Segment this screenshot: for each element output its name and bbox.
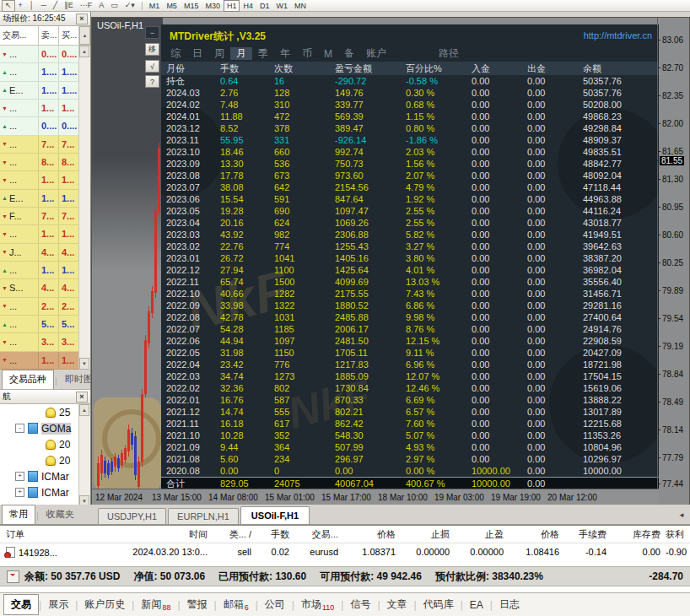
order-column-header[interactable]: 价格 — [341, 528, 398, 541]
market-watch-row[interactable]: ▲...1...1... — [0, 262, 90, 279]
market-watch-row[interactable]: ▼J...4...4... — [0, 244, 90, 262]
order-column-header[interactable]: 止损 — [398, 528, 452, 541]
navigator-close-button[interactable]: × — [76, 392, 88, 403]
navigator-item[interactable]: +ICMar — [0, 484, 90, 500]
chart-tab-eurpln-h1[interactable]: EURPLN,H1 — [168, 508, 239, 524]
terminal-tab-信号[interactable]: 信号 — [343, 595, 377, 614]
market-watch-row[interactable]: ▼S...4...4... — [0, 279, 90, 297]
market-watch-row[interactable]: ▲E...1....1.... — [0, 82, 90, 100]
scroll-down-button[interactable]: ▼ — [79, 358, 89, 370]
tab-scroll-left-icon[interactable]: ◄ — [678, 511, 690, 524]
market-watch-row[interactable]: ▼...7...7... — [0, 136, 90, 154]
cursor-tool-icon[interactable]: ↖ — [2, 0, 15, 12]
tab-symbols[interactable]: 交易品种 — [2, 370, 54, 389]
market-watch-column-header[interactable]: 买... — [59, 26, 79, 45]
timeframe-h4-button[interactable]: H4 — [240, 1, 256, 11]
panel-menu-日[interactable]: 日 — [186, 47, 208, 60]
panel-menu-年[interactable]: 年 — [274, 47, 296, 60]
market-watch-row[interactable]: ▲...1....1.... — [0, 63, 90, 81]
panel-menu-季[interactable]: 季 — [252, 47, 274, 60]
panel-url-link[interactable]: http://mtdriver.cn — [584, 30, 652, 41]
timeframe-m30-button[interactable]: M30 — [202, 1, 224, 11]
navigator-tab-0[interactable]: 常用 — [2, 505, 35, 524]
timeframe-mn-button[interactable]: MN — [291, 1, 310, 11]
market-watch-column-header[interactable]: 卖... — [39, 26, 59, 45]
navigator-item[interactable]: 20 — [0, 436, 90, 452]
chart-tab-usoil-f-h1[interactable]: USOil-F,H1 — [240, 506, 310, 524]
market-watch-row[interactable]: ▼...1...1... — [0, 352, 90, 370]
market-watch-row[interactable]: ▼...1...1... — [0, 100, 90, 117]
timeframe-m1-button[interactable]: M1 — [146, 1, 164, 11]
arrows-tool-icon[interactable]: ✓▾ — [121, 1, 138, 11]
market-watch-row[interactable]: ▼...2...2... — [0, 298, 90, 316]
terminal-tab-公司[interactable]: 公司 — [258, 595, 292, 614]
market-watch-row[interactable]: ▲...0....0.... — [0, 117, 90, 135]
order-column-header[interactable]: 交易... — [292, 528, 341, 541]
terminal-tab-交易[interactable]: 交易 — [3, 594, 39, 615]
market-watch-row[interactable]: ▼...0....0.... — [0, 46, 90, 63]
horizontal-line-tool-icon[interactable]: ─ — [37, 1, 49, 11]
market-watch-row[interactable]: ▲E...1...1... — [0, 190, 90, 208]
panel-menu-周[interactable]: 周 — [208, 47, 230, 60]
timeframe-m15-button[interactable]: M15 — [181, 1, 202, 11]
navigator-tab-1[interactable]: 收藏夹 — [40, 505, 81, 524]
chart-tab-usdjpy-h1[interactable]: USDJPY,H1 — [98, 508, 166, 524]
terminal-tab-ea[interactable]: EA — [463, 597, 490, 613]
equidistant-channel-tool-icon[interactable]: ∥E — [61, 1, 77, 11]
market-watch-column-header[interactable]: 交易... — [0, 26, 39, 45]
market-watch-row[interactable]: ▼...8...8... — [0, 154, 90, 171]
terminal-tab-邮箱[interactable]: 邮箱6 — [217, 595, 256, 614]
market-watch-row[interactable]: ▼...1...1... — [0, 171, 90, 189]
market-watch-row[interactable]: ▼...1...1... — [0, 225, 90, 243]
price-scale[interactable]: 83.0682.7082.3582.0081.6581.3080.9580.60… — [657, 18, 689, 506]
text-tool-icon[interactable]: A — [95, 1, 107, 11]
panel-menu-备[interactable]: 备 — [338, 47, 360, 60]
time-axis[interactable]: 12 Mar 202413 Mar 15:0014 Mar 08:0015 Ma… — [92, 489, 659, 506]
scroll-up-button[interactable]: ▲ — [79, 26, 90, 45]
order-column-header[interactable]: 手续费 — [562, 528, 609, 541]
navigator-item[interactable]: 20 — [0, 452, 90, 468]
market-watch-close-button[interactable]: × — [76, 14, 88, 24]
panel-menu-月[interactable]: 月 — [230, 47, 252, 60]
terminal-tab-文章[interactable]: 文章 — [380, 595, 414, 614]
panel-menu-路径[interactable]: 路径 — [433, 47, 465, 60]
market-watch-row[interactable]: ▼F...7...7... — [0, 208, 90, 225]
trendline-tool-icon[interactable]: ╱ — [50, 1, 61, 11]
terminal-tab-账户历史[interactable]: 账户历史 — [78, 595, 132, 614]
expand-icon[interactable]: + — [15, 472, 24, 481]
expand-icon[interactable]: + — [15, 488, 24, 497]
market-watch-row[interactable]: ▲...5...5... — [0, 316, 90, 333]
terminal-tab-警报[interactable]: 警报 — [181, 595, 214, 614]
order-column-header[interactable]: 止盈 — [452, 528, 506, 541]
terminal-tab-代码库[interactable]: 代码库 — [417, 595, 461, 614]
scroll-up-button[interactable]: ▲ — [79, 404, 89, 416]
timeframe-w1-button[interactable]: W1 — [272, 1, 291, 11]
panel-menu-币[interactable]: 币 — [296, 47, 318, 60]
order-column-header[interactable]: 手数 — [254, 528, 292, 541]
navigator-scrollbar[interactable]: ▲▼ — [78, 404, 90, 507]
fibonacci-tool-icon[interactable]: ⋯F — [77, 1, 96, 11]
panel-menu-账户[interactable]: 账户 — [360, 47, 392, 60]
navigator-item[interactable]: -GOMa — [0, 420, 90, 436]
terminal-tab-展示[interactable]: 展示 — [41, 595, 75, 614]
panel-help-button[interactable]: ? — [145, 75, 159, 88]
crosshair-tool-icon[interactable]: + — [15, 1, 26, 11]
collapse-icon[interactable]: - — [15, 424, 24, 433]
order-column-header[interactable]: 价格 — [506, 528, 562, 541]
panel-check-button[interactable]: √ — [145, 60, 159, 73]
navigator-item[interactable]: +ICMar — [0, 468, 90, 484]
order-column-header[interactable]: 库存费 — [609, 528, 663, 541]
panel-minimize-button[interactable]: − — [145, 26, 159, 39]
timeframe-m5-button[interactable]: M5 — [163, 1, 181, 11]
text-label-tool-icon[interactable]: ▭ — [107, 1, 121, 11]
order-column-header[interactable]: 类... / — [210, 528, 254, 541]
terminal-tab-市场[interactable]: 市场110 — [294, 595, 341, 614]
terminal-tab-新闻[interactable]: 新闻88 — [134, 595, 177, 614]
order-column-header[interactable]: 订单 — [3, 528, 92, 541]
market-watch-scrollbar[interactable]: ▲▼ — [78, 46, 90, 370]
panel-menu-M[interactable]: M — [318, 47, 338, 60]
terminal-tab-日志[interactable]: 日志 — [493, 595, 526, 614]
panel-menu-综[interactable]: 综 — [164, 47, 186, 60]
vertical-line-tool-icon[interactable]: │ — [26, 1, 38, 11]
order-column-header[interactable]: 时间 — [92, 528, 210, 541]
